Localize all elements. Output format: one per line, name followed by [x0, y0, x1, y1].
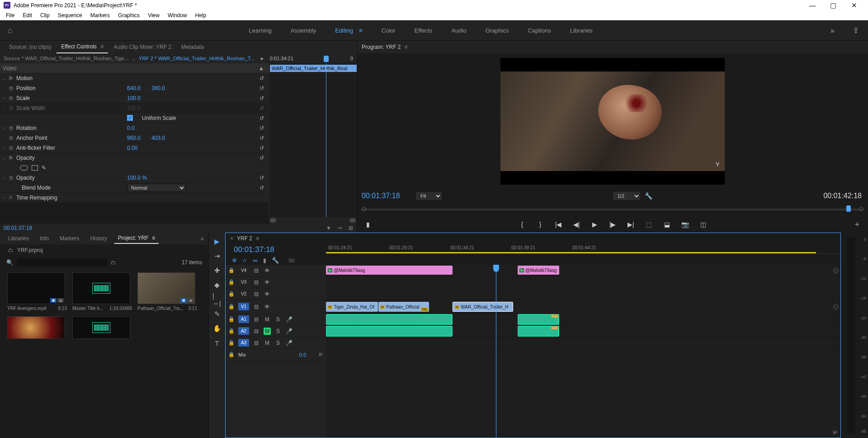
anchor-x[interactable]: 960.0 — [127, 135, 145, 141]
reset-icon[interactable] — [204, 145, 266, 151]
marker-icon[interactable]: ▮ — [363, 221, 373, 228]
reset-icon[interactable] — [204, 185, 266, 191]
expand-icon[interactable]: › — [3, 96, 7, 100]
collapse-icon[interactable]: ⌄ — [3, 76, 7, 81]
lock-icon[interactable]: 🔒 — [228, 279, 235, 285]
comparison-icon[interactable]: ◫ — [698, 221, 708, 228]
bin-icon[interactable]: 🗀 — [111, 259, 116, 266]
expand-icon[interactable]: › — [3, 195, 7, 200]
filter-icon[interactable]: ▼ — [326, 225, 331, 231]
add-button-icon[interactable]: + — [853, 220, 862, 229]
mark-out-icon[interactable]: } — [536, 221, 545, 228]
project-grid[interactable]: ▦H YRF Avengers.mp48:13 Master Title tr.… — [0, 269, 208, 438]
menu-clip[interactable]: Clip — [36, 12, 54, 19]
step-forward-icon[interactable]: |▶ — [608, 221, 617, 228]
scale-value[interactable]: 100.0 — [127, 95, 145, 101]
position-y[interactable]: 360.0 — [151, 85, 170, 91]
lock-icon[interactable]: 🔒 — [228, 316, 235, 322]
lock-icon[interactable]: 🔒 — [228, 340, 235, 346]
voice-icon[interactable]: 🎤 — [285, 339, 292, 347]
ec-clip-bar[interactable]: WAR_Official_Trailer_Hrithik_Rosl — [270, 65, 357, 72]
timeline-audio-clip[interactable]: Exp — [518, 326, 559, 337]
program-monitor[interactable]: Y — [357, 53, 868, 189]
track-v2[interactable]: V2 — [238, 290, 249, 298]
track-v3[interactable]: V3 — [238, 278, 249, 286]
project-item[interactable]: Master Title tr...1;18;33480 — [72, 272, 132, 311]
expand-icon[interactable]: › — [3, 176, 7, 180]
menu-help[interactable]: Help — [191, 12, 211, 19]
tab-metadata[interactable]: Metadata — [177, 41, 208, 53]
settings-icon[interactable]: 🔧 — [272, 257, 279, 264]
fx-badge-icon[interactable]: fx — [9, 195, 14, 200]
ec-playhead[interactable] — [326, 63, 326, 217]
track-output-icon[interactable]: ⊟ — [253, 290, 260, 298]
ec-toggle-icon[interactable]: ▲ — [127, 65, 266, 71]
stopwatch-icon[interactable]: ◷ — [9, 135, 14, 140]
minimize-button[interactable]: — — [802, 1, 823, 9]
opacity-value[interactable]: 100.0 % — [127, 175, 147, 181]
timeline-clip[interactable]: fx@Mahdiii79asg — [326, 266, 453, 275]
tab-project[interactable]: Project: YRF ≡ — [114, 233, 159, 244]
menu-graphics[interactable]: Graphics — [114, 12, 144, 19]
collapse-icon[interactable]: ⊭ — [319, 352, 323, 357]
go-to-in-icon[interactable]: |◀ — [554, 221, 563, 228]
lock-icon[interactable]: 🔒 — [228, 267, 235, 273]
ec-source-clip[interactable]: Source * WAR_Official_Trailer_Hrithik_Ro… — [4, 56, 129, 61]
track-a3-lane[interactable] — [326, 337, 840, 349]
program-scrubber[interactable] — [362, 205, 863, 214]
blend-mode-select[interactable]: Normal — [127, 184, 186, 192]
menu-window[interactable]: Window — [164, 12, 191, 19]
maximize-button[interactable]: ▢ — [823, 1, 844, 10]
track-output-icon[interactable]: ⊟ — [253, 339, 260, 347]
ec-time-remap[interactable]: Time Remapping — [16, 195, 57, 201]
track-output-icon[interactable]: ⊟ — [253, 316, 260, 323]
linked-selection-icon[interactable]: ⫘ — [252, 257, 258, 264]
reset-icon[interactable] — [204, 115, 266, 121]
fx-badge-icon[interactable]: fx — [9, 76, 14, 81]
track-visibility-icon[interactable]: 👁 — [264, 290, 271, 298]
work-area-bar[interactable] — [326, 252, 816, 253]
track-output-icon[interactable]: ⊟ — [253, 267, 260, 274]
menu-edit[interactable]: Edit — [19, 12, 36, 19]
antiflicker-value[interactable]: 0.00 — [127, 145, 145, 151]
workspace-overflow-icon[interactable]: » — [821, 27, 844, 35]
panel-menu-icon[interactable]: ≡ — [256, 235, 259, 242]
workspace-menu-icon[interactable]: ≡ — [356, 27, 363, 34]
mark-in-icon[interactable]: { — [518, 221, 527, 228]
program-playhead[interactable] — [846, 205, 851, 212]
menu-sequence[interactable]: Sequence — [54, 12, 86, 19]
selection-tool-icon[interactable]: ▶ — [212, 237, 222, 246]
expand-icon[interactable]: › — [3, 146, 7, 150]
rect-mask-icon[interactable] — [32, 165, 38, 171]
tab-history[interactable]: History — [86, 233, 110, 243]
project-folder-icon[interactable]: 🗀 — [8, 247, 14, 253]
close-tab-icon[interactable]: × — [230, 235, 233, 242]
solo-icon[interactable]: S — [274, 339, 282, 347]
bypass-icon[interactable]: ↪ — [338, 225, 342, 231]
settings-icon[interactable]: 🔧 — [645, 192, 652, 200]
cc-badge[interactable]: cc — [288, 258, 295, 263]
track-a2-lane[interactable]: Exp — [326, 325, 840, 337]
timeline-clip[interactable]: fx@Mahdiii79asg — [518, 266, 559, 275]
mute-icon[interactable]: M — [264, 339, 271, 347]
tab-source[interactable]: Source: (no clips) — [5, 41, 56, 53]
share-icon[interactable]: ⇪ — [844, 26, 868, 35]
sequence-tab[interactable]: YRF 2 — [237, 235, 252, 242]
ec-hscroll[interactable] — [269, 217, 357, 224]
menu-file[interactable]: File — [2, 12, 19, 19]
workspace-graphics[interactable]: Graphics — [485, 25, 510, 36]
workspace-editing[interactable]: Editing ≡ — [334, 25, 363, 36]
play-icon[interactable]: ▸ — [261, 55, 264, 62]
voice-icon[interactable]: 🎤 — [285, 316, 292, 323]
panel-menu-icon[interactable]: ≡ — [151, 235, 155, 241]
lock-icon[interactable]: 🔒 — [228, 291, 235, 297]
solo-icon[interactable]: S — [274, 328, 282, 335]
zoom-fit-select[interactable]: Fit — [416, 192, 442, 200]
hand-tool-icon[interactable]: ✋ — [212, 324, 222, 333]
go-to-out-icon[interactable]: ▶| — [626, 221, 635, 228]
ec-current-timecode[interactable]: 00:01:37:18 — [4, 225, 32, 231]
snap-icon[interactable]: ※ — [232, 257, 237, 264]
panel-menu-icon[interactable]: ≡ — [99, 43, 104, 50]
panel-settings-icon[interactable]: ⊞ — [349, 225, 353, 231]
timeline-clip[interactable]: fxTiger_Zinda_Hai_Of — [326, 302, 378, 312]
